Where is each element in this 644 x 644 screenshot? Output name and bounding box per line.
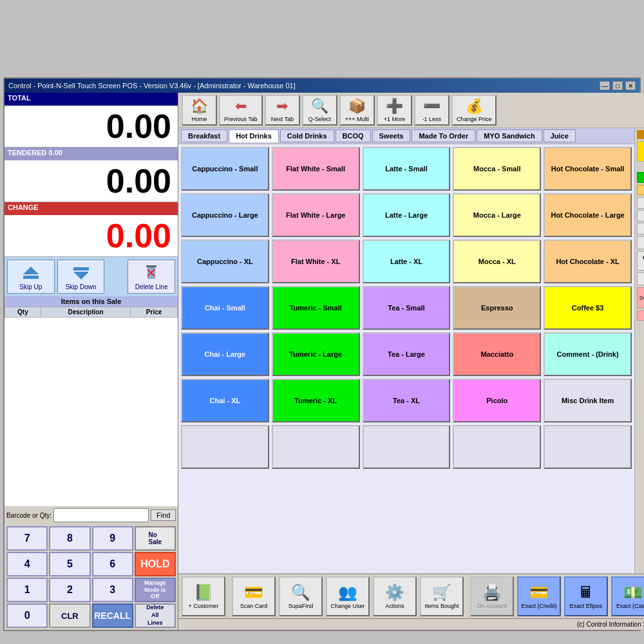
cash-sale-account-button[interactable]: Cash Sale Account <box>637 236 644 249</box>
minimize-button[interactable]: — <box>600 81 610 90</box>
product-button-5[interactable]: Cappuccino - Large <box>181 193 269 237</box>
key-2[interactable]: 2 <box>49 578 90 602</box>
previous-tab-button[interactable]: ⬅ Previous Tab <box>219 95 263 126</box>
key-9[interactable]: 9 <box>92 526 133 551</box>
key-5[interactable]: 5 <box>49 552 90 576</box>
find-button[interactable]: Find <box>151 509 176 521</box>
home-button[interactable]: 🏠 Home <box>182 95 217 126</box>
hold-button[interactable]: HOLD <box>135 552 176 576</box>
category-tab-hot-drinks[interactable]: Hot Drinks <box>229 129 279 142</box>
exact-cash-button[interactable]: 💵 Exact (Cash) <box>611 576 644 616</box>
maximize-button[interactable]: □ <box>612 81 623 90</box>
product-button-15[interactable]: Chai - Small <box>181 286 269 330</box>
product-grid: Cappuccino - SmallFlat White - SmallLatt… <box>181 147 632 469</box>
ac3-button[interactable]: A/C #3 <box>637 210 644 222</box>
product-button-3[interactable]: Mocca - Small <box>453 147 541 191</box>
clr-button[interactable]: CLR <box>49 603 90 628</box>
ac5-button[interactable]: A/C #5 <box>637 223 644 234</box>
product-button-25[interactable]: Chai - XL <box>181 379 269 422</box>
category-tab-made-to-order[interactable]: Made To Order <box>412 129 475 142</box>
manage-mode-button[interactable]: ManageMode isOff <box>135 578 176 602</box>
change-price-button[interactable]: 💰 Change Price <box>451 95 497 126</box>
product-button-24[interactable]: Comment - (Drink) <box>544 332 632 376</box>
product-button-0[interactable]: Cappuccino - Small <box>181 147 269 191</box>
multi-icon: 📦 <box>348 98 366 115</box>
minus-less-button[interactable]: ➖ -1 Less <box>414 95 450 126</box>
product-grid-container: Cappuccino - SmallFlat White - SmallLatt… <box>178 144 634 573</box>
change-user-button[interactable]: 👥 Change User <box>326 576 370 616</box>
nav-buttons: Skip Up Skip Down <box>5 257 178 296</box>
product-button-6[interactable]: Flat White - Large <box>272 193 360 237</box>
key-3[interactable]: 3 <box>92 578 133 602</box>
delete-line-button[interactable]: Delete Line <box>128 260 175 294</box>
category-tab-cold-drinks[interactable]: Cold Drinks <box>280 129 334 142</box>
items-bought-button[interactable]: 🛒 Items Bought <box>420 576 464 616</box>
product-button-28[interactable]: Picolo <box>453 379 541 422</box>
product-button-21[interactable]: Tumeric - Large <box>272 332 360 376</box>
actions-button[interactable]: ⚙️ Actions <box>373 576 417 616</box>
product-button-1[interactable]: Flat White - Small <box>272 147 360 191</box>
scan-card-button[interactable]: 💳 Scan Card <box>232 576 276 616</box>
drink-dockets-button[interactable]: Drink Dockets are OFF <box>637 287 644 308</box>
recall-button[interactable]: RECALL <box>92 603 133 628</box>
plus-more-icon: ➕ <box>386 98 403 115</box>
category-tab-sweets[interactable]: Sweets <box>372 129 411 142</box>
product-button-23[interactable]: Macciatto <box>453 332 541 376</box>
product-button-10[interactable]: Cappuccino - XL <box>181 240 269 283</box>
product-button-20[interactable]: Chai - Large <box>181 332 269 376</box>
product-button-12[interactable]: Latte - XL <box>363 240 451 283</box>
product-button-9[interactable]: Hot Chocolate - Large <box>544 193 632 237</box>
skip-up-button[interactable]: Skip Up <box>7 260 55 294</box>
customer-button[interactable]: 📗 + Customer <box>182 576 225 616</box>
product-button-16[interactable]: Tumeric - Small <box>272 286 360 330</box>
multi-button[interactable]: 📦 +++ Multi <box>339 95 375 126</box>
q-select-button[interactable]: 🔍 Q-Select <box>302 95 337 126</box>
product-button-13[interactable]: Mocca - XL <box>453 240 541 283</box>
product-button-27[interactable]: Tea - XL <box>363 379 451 422</box>
key-7[interactable]: 7 <box>6 526 48 551</box>
exact-credit-button[interactable]: 💳 Exact (Credit) <box>517 576 561 616</box>
receipts-off-button[interactable]: Receipts are OFF <box>637 310 644 321</box>
product-button-26[interactable]: Tumeric - XL <box>272 379 360 422</box>
product-button-8[interactable]: Mocca - Large <box>453 193 541 237</box>
supa-find-button[interactable]: 🔍 SupaFind <box>279 576 323 616</box>
svg-rect-4 <box>146 265 156 267</box>
no-sale-button[interactable]: NoSale <box>135 526 176 551</box>
next-tab-button[interactable]: ➡ Next Tab <box>265 95 300 126</box>
right-panel: Current Account Cash Sales Account Avail… <box>634 128 644 573</box>
product-button-14[interactable]: Hot Chocolate - XL <box>544 240 632 283</box>
product-button-7[interactable]: Latte - Large <box>363 193 451 237</box>
category-tab-myo-sandwich[interactable]: MYO Sandwich <box>477 129 542 142</box>
delete-all-lines-button[interactable]: DeleteAllLines <box>135 603 176 628</box>
product-button-11[interactable]: Flat White - XL <box>272 240 360 283</box>
category-tab-bcoq[interactable]: BCOQ <box>336 129 371 142</box>
product-button-2[interactable]: Latte - Small <box>363 147 451 191</box>
on-account-button[interactable]: 🖨️ On Account <box>470 576 514 616</box>
key-4[interactable]: 4 <box>6 552 48 576</box>
category-tab-juice[interactable]: Juice <box>544 129 576 142</box>
prev-tab-icon: ⬅ <box>235 98 247 115</box>
product-button-17[interactable]: Tea - Small <box>363 286 451 330</box>
key-6[interactable]: 6 <box>92 552 133 576</box>
category-tab-breakfast[interactable]: Breakfast <box>181 129 227 142</box>
account-options-button[interactable]: Account Options <box>637 272 644 285</box>
change-account-button[interactable]: Change To A Totally Different Account <box>637 251 644 270</box>
product-button-18[interactable]: Espresso <box>453 286 541 330</box>
key-8[interactable]: 8 <box>49 526 90 551</box>
exact-eftpos-button[interactable]: 🖩 Exact Eftpos <box>564 576 608 616</box>
svg-marker-1 <box>23 267 39 274</box>
product-button-19[interactable]: Coffee $3 <box>544 286 632 330</box>
barcode-input[interactable] <box>53 508 149 522</box>
key-0[interactable]: 0 <box>6 603 48 628</box>
ac1-button[interactable]: A/C #1 <box>637 197 644 209</box>
skip-down-button[interactable]: Skip Down <box>57 260 105 294</box>
key-1[interactable]: 1 <box>6 578 48 602</box>
close-button[interactable]: ✕ <box>625 81 636 90</box>
status-bar: (c) Control Information Systems, 1992-20… <box>178 618 644 630</box>
product-button-4[interactable]: Hot Chocolate - Small <box>544 147 632 191</box>
product-button-29[interactable]: Misc Drink Item <box>544 379 632 422</box>
center-panel: BreakfastHot DrinksCold DrinksBCOQSweets… <box>178 128 634 573</box>
product-button-31 <box>272 425 360 469</box>
product-button-22[interactable]: Tea - Large <box>363 332 451 376</box>
plus-more-button[interactable]: ➕ +1 More <box>377 95 412 126</box>
